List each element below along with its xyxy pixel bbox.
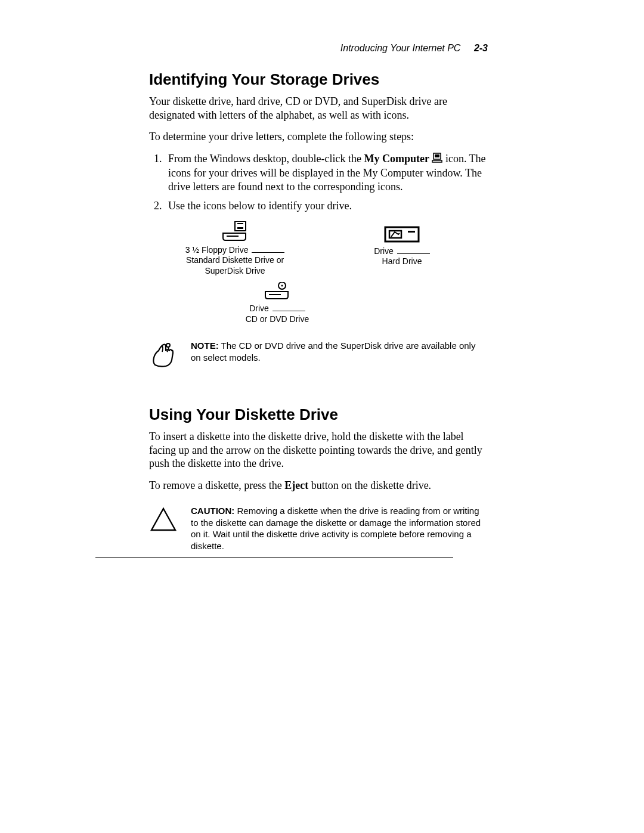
blank-line	[252, 252, 284, 253]
p2-b: button on the diskette drive.	[308, 479, 431, 491]
floppy-drive-item: 3 ½ Floppy Drive Standard Diskette Drive…	[178, 221, 292, 277]
hard-drive-item: Drive Hard Drive	[345, 221, 459, 277]
caution-text: CAUTION: Removing a diskette when the dr…	[191, 505, 488, 552]
drive-row-2: Drive CD or DVD Drive	[149, 282, 488, 324]
svg-rect-4	[237, 223, 243, 224]
intro-paragraph-1: Your diskette drive, hard drive, CD or D…	[149, 95, 488, 122]
svg-rect-2	[432, 160, 442, 162]
svg-rect-9	[408, 231, 415, 233]
page-number: 2-3	[474, 43, 488, 53]
drive-diagram: 3 ½ Floppy Drive Standard Diskette Drive…	[149, 221, 488, 325]
floppy-label-line1: 3 ½ Floppy Drive	[178, 245, 292, 256]
note-hand-icon	[149, 340, 178, 368]
svg-rect-1	[435, 154, 439, 157]
floppy-label-a: 3 ½ Floppy Drive	[185, 245, 251, 255]
note-label: NOTE:	[191, 340, 219, 351]
footer-rule	[95, 557, 453, 558]
cd-drive-item: Drive CD or DVD Drive	[221, 282, 334, 324]
hard-label-line1: Drive	[345, 246, 459, 257]
svg-point-13	[166, 343, 170, 347]
blank-line	[273, 311, 305, 311]
my-computer-icon	[432, 153, 442, 167]
heading-identifying-storage: Identifying Your Storage Drives	[149, 70, 488, 89]
note-text: NOTE: The CD or DVD drive and the SuperD…	[191, 340, 488, 363]
my-computer-label: My Computer	[364, 153, 429, 165]
running-title: Introducing Your Internet PC	[340, 43, 461, 53]
hard-label-a: Drive	[374, 246, 396, 256]
heading-using-diskette: Using Your Diskette Drive	[149, 405, 488, 424]
steps-list: From the Windows desktop, double-click t…	[149, 152, 488, 213]
step-1-text-a: From the Windows desktop, double-click t…	[168, 153, 364, 165]
content-column: Introducing Your Internet PC 2-3 Identif…	[149, 43, 488, 569]
caution-triangle-icon	[149, 505, 178, 534]
step-2: Use the icons below to identify your dri…	[165, 199, 488, 213]
hard-label-line2: Hard Drive	[345, 256, 459, 267]
running-header: Introducing Your Internet PC 2-3	[149, 43, 488, 54]
svg-point-11	[281, 285, 283, 287]
svg-rect-3	[235, 221, 246, 231]
caution-body: Removing a diskette when the drive is re…	[191, 506, 481, 551]
diskette-paragraph-2: To remove a diskette, press the Eject bu…	[149, 479, 488, 493]
diskette-paragraph-1: To insert a diskette into the diskette d…	[149, 430, 488, 470]
cd-label-line1: Drive	[221, 304, 334, 314]
caution-block: CAUTION: Removing a diskette when the dr…	[149, 505, 488, 552]
drive-row-1: 3 ½ Floppy Drive Standard Diskette Drive…	[149, 221, 488, 277]
intro-paragraph-2: To determine your drive letters, complet…	[149, 130, 488, 144]
page: Introducing Your Internet PC 2-3 Identif…	[0, 0, 644, 833]
floppy-label-line3: SuperDisk Drive	[178, 266, 292, 277]
cd-label-a: Drive	[249, 304, 271, 313]
eject-label: Eject	[284, 479, 308, 491]
floppy-drive-icon	[222, 221, 248, 241]
cd-label-line2: CD or DVD Drive	[221, 314, 334, 325]
blank-line	[397, 253, 430, 254]
svg-rect-12	[269, 294, 281, 295]
step-1: From the Windows desktop, double-click t…	[165, 152, 488, 194]
caution-label: CAUTION:	[191, 506, 234, 516]
cd-drive-icon	[264, 282, 290, 300]
svg-rect-5	[237, 227, 243, 229]
note-body: The CD or DVD drive and the SuperDisk dr…	[191, 340, 475, 363]
svg-rect-6	[227, 236, 239, 237]
note-block: NOTE: The CD or DVD drive and the SuperD…	[149, 340, 488, 368]
p2-a: To remove a diskette, press the	[149, 479, 284, 491]
floppy-label-line2: Standard Diskette Drive or	[178, 255, 292, 266]
hard-drive-icon	[384, 226, 420, 243]
